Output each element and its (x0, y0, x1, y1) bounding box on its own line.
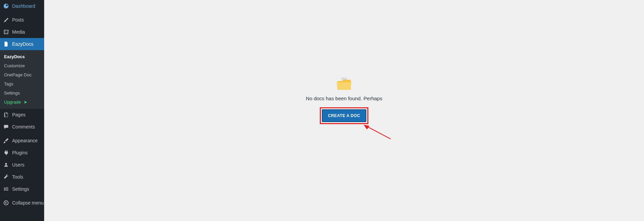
plug-icon (3, 149, 9, 156)
sidebar-item-appearance[interactable]: Appearance (0, 135, 44, 147)
sidebar-item-label: Settings (12, 186, 29, 192)
empty-message: No docs has been found. Perhaps (306, 96, 382, 101)
sidebar-item-label: Collapse menu (12, 200, 43, 206)
pages-icon (3, 111, 9, 118)
sidebar-item-label: Posts (12, 17, 24, 23)
sidebar-item-label: Comments (12, 124, 35, 130)
create-doc-button[interactable]: CREATE A DOC (322, 109, 366, 122)
sidebar-item-users[interactable]: Users (0, 159, 44, 171)
sidebar-item-media[interactable]: Media (0, 26, 44, 38)
brush-icon (3, 137, 9, 144)
svg-rect-3 (342, 79, 346, 80)
sidebar-item-eazydocs[interactable]: EazyDocs (0, 38, 44, 50)
sidebar-item-pages[interactable]: Pages (0, 109, 44, 121)
sidebar-item-label: Media (12, 29, 25, 35)
submenu-item-eazydocs[interactable]: EazyDocs (0, 52, 44, 61)
dashboard-icon (3, 3, 9, 9)
submenu-item-upgrade[interactable]: Upgrade ➤ (0, 98, 44, 107)
sidebar-item-posts[interactable]: Posts (0, 14, 44, 26)
annotation-highlight: CREATE A DOC (320, 107, 368, 124)
user-icon (3, 161, 9, 168)
sidebar-item-dashboard[interactable]: Dashboard (0, 0, 44, 12)
svg-line-4 (367, 126, 391, 139)
empty-state: No docs has been found. Perhaps CREATE A… (306, 77, 382, 124)
sidebar-item-collapse[interactable]: Collapse menu (0, 197, 44, 209)
submenu-item-onepage[interactable]: OnePage Doc (0, 70, 44, 79)
sidebar-item-comments[interactable]: Comments (0, 121, 44, 133)
sliders-icon (3, 186, 9, 192)
sidebar-item-plugins[interactable]: Plugins (0, 147, 44, 159)
sidebar-item-label: Plugins (12, 150, 28, 155)
submenu-item-settings[interactable]: Settings (0, 88, 44, 98)
submenu-item-tags[interactable]: Tags (0, 79, 44, 88)
pin-icon (3, 16, 9, 23)
wrench-icon (3, 174, 9, 180)
sidebar-item-label: Dashboard (12, 3, 35, 9)
sidebar-item-settings[interactable]: Settings (0, 183, 44, 195)
sidebar-item-label: Appearance (12, 138, 38, 143)
upgrade-label: Upgrade (4, 100, 21, 105)
sidebar-submenu: EazyDocs Customize OnePage Doc Tags Sett… (0, 50, 44, 109)
folder-icon (336, 77, 352, 91)
main-content: No docs has been found. Perhaps CREATE A… (44, 0, 644, 221)
svg-point-0 (4, 201, 8, 205)
media-icon (3, 29, 9, 35)
sidebar-item-label: Pages (12, 112, 26, 117)
sidebar-item-label: EazyDocs (12, 41, 33, 47)
doc-icon (3, 41, 9, 47)
svg-marker-5 (364, 125, 369, 130)
annotation-arrow-icon (362, 124, 392, 142)
svg-rect-2 (342, 78, 346, 79)
collapse-icon (3, 199, 9, 206)
sidebar-item-label: Tools (12, 174, 23, 180)
sidebar-item-tools[interactable]: Tools (0, 171, 44, 183)
admin-sidebar: Dashboard Posts Media EazyDocs EazyDocs … (0, 0, 44, 221)
submenu-item-customize[interactable]: Customize (0, 61, 44, 70)
comment-icon (3, 123, 9, 130)
sidebar-item-label: Users (12, 162, 25, 168)
arrow-icon: ➤ (24, 100, 27, 105)
